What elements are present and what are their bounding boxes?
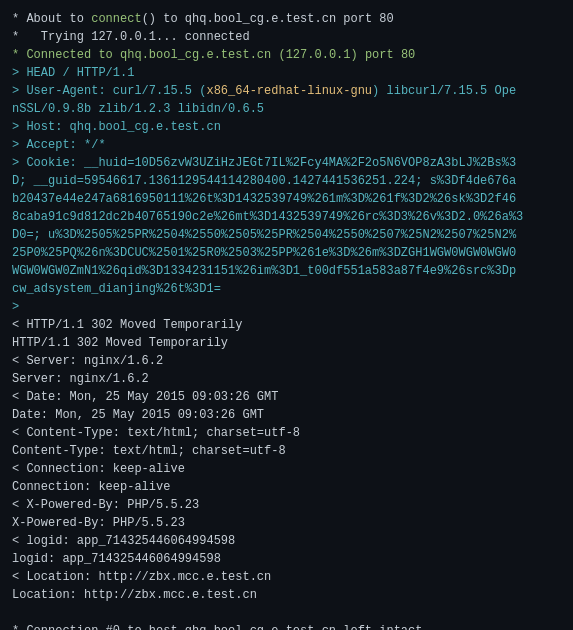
terminal-line: HTTP/1.1 302 Moved Temporarily [12, 334, 561, 352]
terminal-line: Content-Type: text/html; charset=utf-8 [12, 442, 561, 460]
terminal-line: D; __guid=59546617.1361129544114280400.1… [12, 172, 561, 190]
terminal-window[interactable]: * About to connect() to qhq.bool_cg.e.te… [0, 0, 573, 630]
terminal-line: > Accept: */* [12, 136, 561, 154]
terminal-line: * Connected to qhq.bool_cg.e.test.cn (12… [12, 46, 561, 64]
terminal-line: < HTTP/1.1 302 Moved Temporarily [12, 316, 561, 334]
terminal-line: < Date: Mon, 25 May 2015 09:03:26 GMT [12, 388, 561, 406]
terminal-line: * Trying 127.0.0.1... connected [12, 28, 561, 46]
terminal-line: Server: nginx/1.6.2 [12, 370, 561, 388]
terminal-line: < Server: nginx/1.6.2 [12, 352, 561, 370]
terminal-line: < Content-Type: text/html; charset=utf-8 [12, 424, 561, 442]
terminal-line: D0=; u%3D%2505%25PR%2504%2550%2505%25PR%… [12, 226, 561, 244]
terminal-line: < X-Powered-By: PHP/5.5.23 [12, 496, 561, 514]
terminal-line: > HEAD / HTTP/1.1 [12, 64, 561, 82]
terminal-line: < logid: app_714325446064994598 [12, 532, 561, 550]
terminal-line: nSSL/0.9.8b zlib/1.2.3 libidn/0.6.5 [12, 100, 561, 118]
terminal-line: > Host: qhq.bool_cg.e.test.cn [12, 118, 561, 136]
terminal-line: WGW0WGW0ZmN1%26qid%3D1334231151%26im%3D1… [12, 262, 561, 280]
terminal-line [12, 604, 561, 622]
terminal-line: < Location: http://zbx.mcc.e.test.cn [12, 568, 561, 586]
terminal-line: Connection: keep-alive [12, 478, 561, 496]
terminal-line: Location: http://zbx.mcc.e.test.cn [12, 586, 561, 604]
terminal-line: < Connection: keep-alive [12, 460, 561, 478]
terminal-line: b20437e44e247a6816950111%26t%3D143253974… [12, 190, 561, 208]
terminal-line: Date: Mon, 25 May 2015 09:03:26 GMT [12, 406, 561, 424]
terminal-line: 8caba91c9d812dc2b40765190c2e%26mt%3D1432… [12, 208, 561, 226]
terminal-line: 25P0%25PQ%26n%3DCUC%2501%25R0%2503%25PP%… [12, 244, 561, 262]
terminal-line: * Connection #0 to host qhq.bool_cg.e.te… [12, 622, 561, 630]
terminal-line: logid: app_714325446064994598 [12, 550, 561, 568]
terminal-line: cw_adsystem_dianjing%26t%3D1= [12, 280, 561, 298]
terminal-line: > Cookie: __huid=10D56zvW3UZiHzJEGt7IL%2… [12, 154, 561, 172]
terminal-line: > [12, 298, 561, 316]
terminal-line: * About to connect() to qhq.bool_cg.e.te… [12, 10, 561, 28]
terminal-line: X-Powered-By: PHP/5.5.23 [12, 514, 561, 532]
terminal-line: > User-Agent: curl/7.15.5 (x86_64-redhat… [12, 82, 561, 100]
